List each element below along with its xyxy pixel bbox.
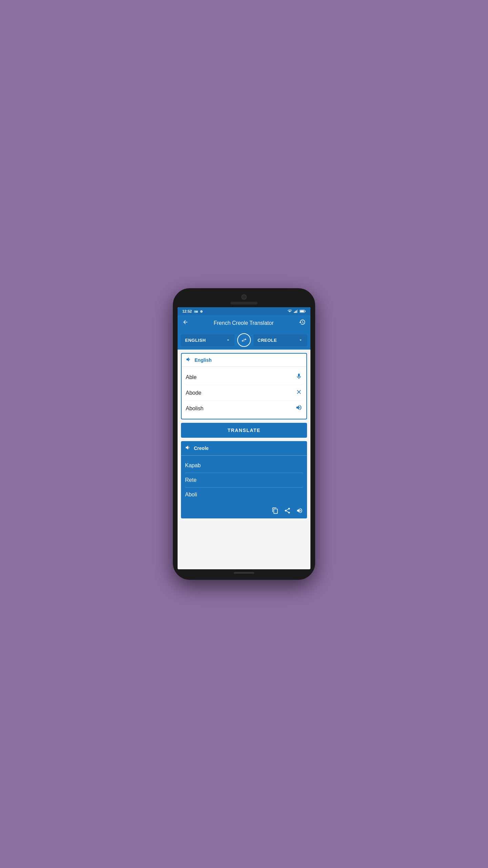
output-panel-header: Creole xyxy=(181,441,307,456)
svg-rect-6 xyxy=(300,310,304,312)
target-lang-button[interactable]: CREOLE xyxy=(253,334,307,346)
output-word-row-2: Rete xyxy=(185,473,303,488)
mic-icon[interactable] xyxy=(296,373,302,381)
output-word-row-1: Kapab xyxy=(185,458,303,473)
source-lang-button[interactable]: ENGLISH xyxy=(181,334,235,346)
app-title: French Creole Translator xyxy=(192,320,296,326)
status-bar: 12:52 🪪 ⊕ xyxy=(178,307,310,315)
battery-icon xyxy=(300,310,306,313)
status-right xyxy=(287,310,306,313)
sim-icon: 🪪 xyxy=(194,310,198,313)
share-button[interactable] xyxy=(284,507,291,516)
output-word-row-3: Aboli xyxy=(185,488,303,502)
app-bar: French Creole Translator xyxy=(178,315,310,331)
signal-icon xyxy=(294,310,298,313)
input-word-row-1: Able xyxy=(186,370,302,385)
phone-device: 12:52 🪪 ⊕ xyxy=(173,288,315,580)
history-button[interactable] xyxy=(299,319,306,327)
svg-rect-3 xyxy=(297,310,298,313)
input-panel: English Able Abode xyxy=(181,353,307,419)
wifi-icon xyxy=(287,310,292,313)
source-lang-dropdown-icon xyxy=(226,338,230,342)
close-icon[interactable] xyxy=(296,389,302,397)
input-word-1: Able xyxy=(186,374,197,380)
status-left: 12:52 🪪 ⊕ xyxy=(182,309,203,313)
phone-camera xyxy=(241,294,247,300)
input-word-row-3: Abolish xyxy=(186,401,302,416)
output-word-2: Rete xyxy=(185,477,197,483)
phone-speaker xyxy=(230,302,258,304)
input-word-2: Abode xyxy=(186,390,201,396)
phone-screen: 12:52 🪪 ⊕ xyxy=(178,307,310,569)
output-actions xyxy=(181,505,307,518)
output-word-3: Aboli xyxy=(185,492,197,497)
output-volume-icon[interactable] xyxy=(185,445,191,452)
output-panel: Creole Kapab Rete Aboli xyxy=(181,441,307,518)
translate-button[interactable]: TRANSLATE xyxy=(181,423,307,438)
input-word-3: Abolish xyxy=(186,406,203,412)
target-lang-dropdown-icon xyxy=(298,338,303,342)
input-panel-label: English xyxy=(195,357,212,363)
output-words-list: Kapab Rete Aboli xyxy=(181,456,307,505)
lang-selector-row: ENGLISH CREOLE xyxy=(178,331,310,350)
volume-icon[interactable] xyxy=(296,404,302,413)
swap-languages-button[interactable] xyxy=(237,333,251,347)
svg-rect-1 xyxy=(295,311,296,313)
status-time: 12:52 xyxy=(182,309,192,313)
source-lang-label: ENGLISH xyxy=(185,338,206,343)
svg-rect-5 xyxy=(305,311,305,312)
input-words-list: Able Abode xyxy=(182,367,306,419)
notification-icon: ⊕ xyxy=(200,310,203,313)
input-volume-icon[interactable] xyxy=(186,356,192,364)
input-word-row-2: Abode xyxy=(186,385,302,401)
copy-button[interactable] xyxy=(272,507,279,516)
svg-rect-2 xyxy=(296,311,297,313)
output-panel-label: Creole xyxy=(194,446,209,451)
target-lang-label: CREOLE xyxy=(258,338,277,343)
swap-icon xyxy=(241,337,247,343)
output-tts-button[interactable] xyxy=(296,507,303,516)
output-word-1: Kapab xyxy=(185,462,201,468)
svg-rect-0 xyxy=(294,312,294,313)
back-button[interactable] xyxy=(182,319,188,327)
input-panel-header: English xyxy=(182,354,306,367)
home-bar[interactable] xyxy=(234,572,254,574)
content-area: English Able Abode xyxy=(178,350,310,569)
